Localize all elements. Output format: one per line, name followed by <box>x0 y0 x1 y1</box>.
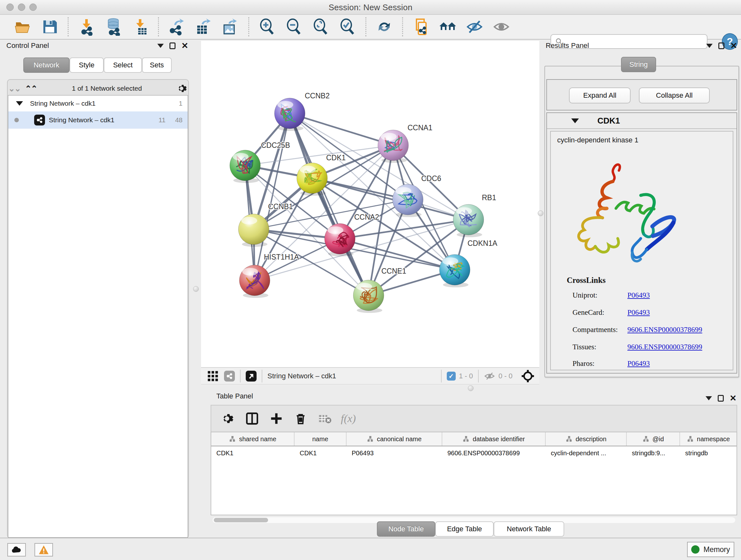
network-node-rb1[interactable] <box>453 204 484 237</box>
refresh-button[interactable] <box>374 17 394 37</box>
hide-selected-button[interactable] <box>465 17 484 37</box>
import-network-file-button[interactable] <box>77 17 96 37</box>
bottom-splitter-handle[interactable] <box>468 385 474 391</box>
crosslink-tissues-link[interactable]: 9606.ENSP00000378699 <box>627 343 702 351</box>
network-canvas[interactable]: CCNB2CCNA1CDC25BCDK1CDC6RB1CCNB1CCNA2CDK… <box>201 41 539 367</box>
network-node-hist1h1a[interactable] <box>239 265 270 298</box>
birds-eye-view-icon[interactable] <box>246 371 257 381</box>
add-column-button[interactable] <box>268 410 285 427</box>
open-session-button[interactable] <box>13 17 33 37</box>
expand-all-button[interactable]: Expand All <box>569 87 630 104</box>
float-panel-icon[interactable] <box>718 43 724 49</box>
panel-menu-icon[interactable] <box>705 396 712 400</box>
tab-network[interactable]: Network <box>23 57 70 73</box>
crosslink-genecard-link[interactable]: P06493 <box>627 308 650 317</box>
network-node-ccna1[interactable] <box>378 130 408 163</box>
tab-node-table[interactable]: Node Table <box>377 521 435 537</box>
node-table: shared name name canonical name database… <box>211 432 737 515</box>
network-row-selected[interactable]: String Network – cdk1 11 48 <box>8 111 188 129</box>
float-panel-icon[interactable] <box>718 395 724 401</box>
tree-expander-icon[interactable] <box>16 101 23 106</box>
column-header-canonical-name[interactable]: canonical name <box>347 432 442 446</box>
expand-all-networks-icon[interactable]: ⌃⌃ <box>25 84 37 93</box>
section-expander-icon[interactable] <box>571 118 579 123</box>
cell-name[interactable]: CDK1 <box>294 446 347 460</box>
export-arrow-icon <box>174 18 184 25</box>
scrollbar-thumb[interactable] <box>214 518 268 522</box>
clone-network-button[interactable] <box>411 17 431 37</box>
cell-database-identifier[interactable]: 9606.ENSP00000378699 <box>442 446 546 460</box>
save-session-button[interactable] <box>40 17 60 37</box>
function-builder-button[interactable]: f(x) <box>341 413 356 425</box>
table-settings-button[interactable] <box>219 410 236 427</box>
column-header-database-identifier[interactable]: database identifier <box>442 432 546 446</box>
crosslink-pharos-link[interactable]: P06493 <box>627 360 650 368</box>
cell-namespace[interactable]: stringdb <box>680 446 737 460</box>
close-panel-icon[interactable]: ✕ <box>181 42 188 50</box>
close-panel-icon[interactable]: ✕ <box>730 394 737 402</box>
cloud-status-button[interactable] <box>7 543 26 557</box>
toolbar-separator <box>402 17 403 37</box>
delete-column-button[interactable] <box>292 410 309 427</box>
collapse-all-networks-icon[interactable]: ⌄⌄ <box>8 84 20 93</box>
tab-network-table[interactable]: Network Table <box>494 521 564 537</box>
cell-id[interactable]: stringdb:9... <box>627 446 680 460</box>
column-header-name[interactable]: name <box>294 432 347 446</box>
import-network-database-button[interactable] <box>104 17 123 37</box>
protein-section-header[interactable]: CDK1 <box>547 113 737 129</box>
zoom-out-button[interactable] <box>284 17 304 37</box>
export-table-button[interactable] <box>194 17 213 37</box>
export-image-button[interactable] <box>220 17 240 37</box>
tab-edge-table[interactable]: Edge Table <box>435 521 494 537</box>
close-panel-icon[interactable]: ✕ <box>730 42 737 50</box>
column-header-description[interactable]: description <box>546 432 627 446</box>
network-node-cdc6[interactable] <box>393 184 423 217</box>
network-collection-row[interactable]: String Network – cdk1 1 <box>8 96 188 111</box>
panel-menu-icon[interactable] <box>706 44 713 48</box>
warning-icon <box>38 545 49 555</box>
tab-select[interactable]: Select <box>104 57 142 73</box>
network-node-cdc25b[interactable] <box>230 150 260 183</box>
network-collection-label: String Network – cdk1 <box>30 100 179 107</box>
tab-string[interactable]: String <box>621 57 656 72</box>
network-node-cdkn1a[interactable] <box>440 254 470 287</box>
crosslink-uniprot-link[interactable]: P06493 <box>627 291 650 300</box>
export-network-button[interactable] <box>167 17 187 37</box>
table-row[interactable]: CDK1 CDK1 P06493 9606.ENSP00000378699 cy… <box>211 446 737 460</box>
tab-style[interactable]: Style <box>70 57 104 73</box>
import-table-file-button[interactable] <box>130 17 150 37</box>
tab-sets[interactable]: Sets <box>142 57 172 73</box>
cell-description[interactable]: cyclin-dependent ... <box>546 446 627 460</box>
network-type-badge-icon[interactable] <box>224 371 235 381</box>
crosslink-compartments-link[interactable]: 9606.ENSP00000378699 <box>627 326 702 334</box>
first-neighbors-button[interactable] <box>438 17 458 37</box>
column-header-id[interactable]: @id <box>627 432 680 446</box>
warnings-button[interactable] <box>35 543 53 557</box>
crosshair-icon[interactable] <box>521 369 535 383</box>
hidden-counts: 0 - 0 <box>498 372 513 380</box>
network-node-ccnb1[interactable] <box>239 214 269 247</box>
zoom-fit-button[interactable] <box>311 17 331 37</box>
network-node-ccna2[interactable] <box>325 224 355 256</box>
panel-menu-icon[interactable] <box>157 44 164 48</box>
memory-button[interactable]: Memory <box>687 542 734 557</box>
protein-section: CDK1 cyclin-dependent kinase 1 <box>546 112 737 374</box>
zoom-selected-button[interactable] <box>338 17 357 37</box>
float-panel-icon[interactable] <box>170 43 176 49</box>
collapse-all-button[interactable]: Collapse All <box>639 87 710 104</box>
gear-icon[interactable] <box>177 83 188 94</box>
column-header-shared-name[interactable]: shared name <box>211 432 294 446</box>
column-header-namespace[interactable]: namespace <box>680 432 737 446</box>
grid-view-icon[interactable] <box>205 368 220 384</box>
network-node-ccne1[interactable] <box>353 280 384 313</box>
selected-nodes-checkbox[interactable]: ✓ <box>447 372 456 381</box>
title-bar: Session: New Session <box>0 0 741 15</box>
cell-canonical-name[interactable]: P06493 <box>347 446 442 460</box>
cell-shared-name[interactable]: CDK1 <box>211 446 294 460</box>
zoom-in-button[interactable] <box>257 17 277 37</box>
network-node-label: CCNA1 <box>408 124 432 132</box>
left-splitter-handle[interactable] <box>193 286 199 292</box>
show-all-button[interactable] <box>491 17 511 37</box>
select-columns-button[interactable] <box>244 410 260 427</box>
delete-table-button[interactable] <box>317 410 333 427</box>
